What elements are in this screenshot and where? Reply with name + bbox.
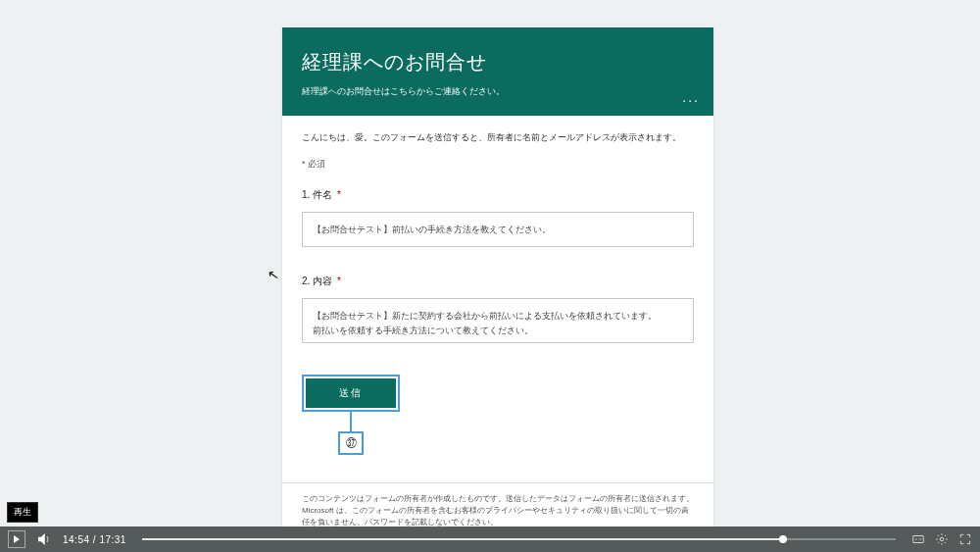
svg-rect-0 [913,536,924,543]
required-star: * [337,189,341,200]
form-subtitle: 経理課へのお問合せはこちらからご連絡ください。 [302,85,694,98]
progress-knob[interactable] [779,535,787,543]
question-1: 1. 件名 * [302,188,694,247]
submit-button[interactable]: 送信 [306,378,396,408]
form-title: 経理課へのお問合せ [302,49,694,75]
captions-icon [911,532,925,546]
required-note: * 必須 [302,158,694,171]
submit-highlight: 送信 [302,375,400,412]
settings-button[interactable] [935,532,949,546]
form-header: 経理課へのお問合せ 経理課へのお問合せはこちらからご連絡ください。 ··· [282,27,713,116]
progress-fill [142,538,783,540]
play-tooltip: 再生 [7,502,38,523]
progress-bar[interactable] [142,538,896,540]
required-star: * [337,276,341,286]
disclaimer-text: このコンテンツはフォームの所有者が作成したものです。送信したデータはフォームの所… [302,493,694,528]
gear-icon [935,532,949,546]
callout-connector [350,412,352,431]
volume-button[interactable] [35,530,53,548]
play-icon [14,535,20,543]
volume-icon [35,530,53,548]
callout-number: ㊲ [338,431,364,455]
captions-button[interactable] [911,532,925,546]
form-card: 経理課へのお問合せ 経理課へのお問合せはこちらからご連絡ください。 ··· こん… [282,27,713,552]
mouse-cursor-icon: ↖ [267,266,281,283]
subject-input[interactable] [302,212,694,247]
fullscreen-button[interactable] [958,532,972,546]
fullscreen-icon [958,532,972,546]
content-input[interactable]: 【お問合せテスト】新たに契約する会社から前払いによる支払いを依頼されています。 … [302,298,694,343]
svg-point-1 [940,537,944,541]
video-control-bar: 14:54 / 17:31 [0,527,980,552]
question-1-label: 1. 件名 * [302,188,694,202]
play-button[interactable] [8,530,25,548]
greeting-text: こんにちは、愛。このフォームを送信すると、所有者に名前とメールアドレスが表示され… [302,131,694,144]
more-icon[interactable]: ··· [678,90,704,110]
form-body: こんにちは、愛。このフォームを送信すると、所有者に名前とメールアドレスが表示され… [282,116,713,482]
question-2-label: 2. 内容 * [302,275,694,288]
video-time: 14:54 / 17:31 [63,534,126,545]
question-2: 2. 内容 * 【お問合せテスト】新たに契約する会社から前払いによる支払いを依頼… [302,275,694,347]
